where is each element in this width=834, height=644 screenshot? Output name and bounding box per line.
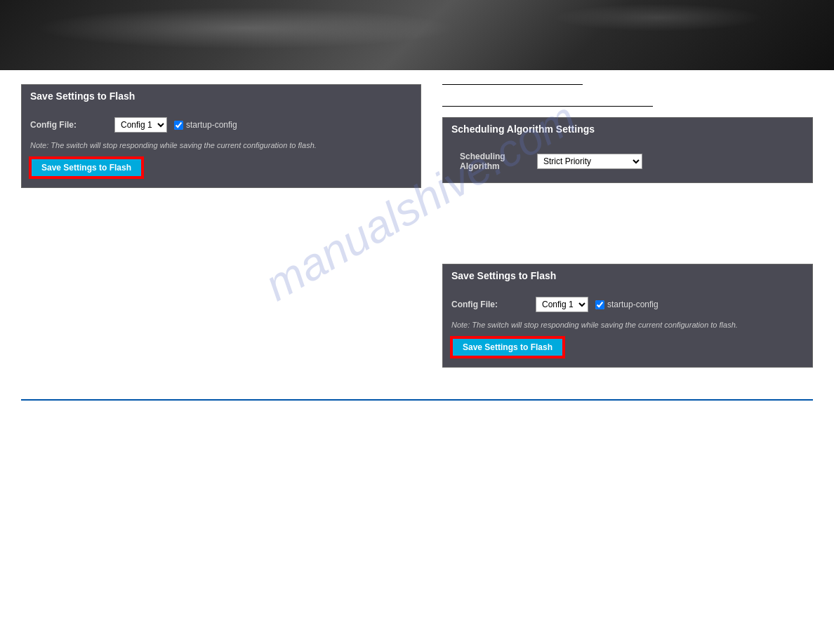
right-top-divider bbox=[442, 84, 583, 85]
startup-config-label: startup-config bbox=[186, 120, 237, 130]
scheduling-select-group: Strict Priority Weighted Round Robin DWR… bbox=[537, 154, 642, 169]
right-save-button[interactable]: Save Settings to Flash bbox=[451, 337, 564, 357]
right-startup-config-label: startup-config bbox=[607, 300, 658, 309]
scheduling-panel-title: Scheduling Algorithm Settings bbox=[443, 118, 812, 140]
left-save-panel: Save Settings to Flash Config File: Conf… bbox=[21, 84, 421, 188]
config-file-select[interactable]: Config 1 Config 2 Config 3 bbox=[114, 117, 167, 133]
left-note-text: Note: The switch will stop responding wh… bbox=[30, 137, 412, 154]
startup-config-checkbox[interactable] bbox=[174, 121, 183, 130]
left-panel-title: Save Settings to Flash bbox=[22, 85, 421, 107]
startup-config-group: startup-config bbox=[174, 120, 237, 130]
right-config-file-select[interactable]: Config 1 Config 2 Config 3 bbox=[536, 297, 588, 312]
spacer bbox=[442, 194, 813, 264]
scheduling-algorithm-row: SchedulingAlgorithm Strict Priority Weig… bbox=[451, 146, 804, 177]
right-config-file-label: Config File: bbox=[451, 300, 536, 309]
right-note-text: Note: The switch will stop responding wh… bbox=[451, 316, 804, 333]
config-file-row: Config File: Config 1 Config 2 Config 3 … bbox=[30, 113, 412, 137]
right-column: Scheduling Algorithm Settings Scheduling… bbox=[435, 84, 813, 378]
right-save-panel-body: Config File: Config 1 Config 2 Config 3 … bbox=[443, 287, 812, 367]
config-control-group: Config 1 Config 2 Config 3 startup-confi… bbox=[114, 117, 237, 133]
scheduling-algorithm-select[interactable]: Strict Priority Weighted Round Robin DWR… bbox=[537, 154, 642, 169]
scheduling-algorithm-label: SchedulingAlgorithm bbox=[460, 152, 537, 171]
right-config-control-group: Config 1 Config 2 Config 3 startup-confi… bbox=[536, 297, 658, 312]
right-save-panel: Save Settings to Flash Config File: Conf… bbox=[442, 264, 813, 368]
right-startup-config-group: startup-config bbox=[595, 300, 658, 309]
right-startup-config-checkbox[interactable] bbox=[595, 300, 604, 309]
scheduling-panel-body: SchedulingAlgorithm Strict Priority Weig… bbox=[443, 140, 812, 182]
left-save-button[interactable]: Save Settings to Flash bbox=[30, 158, 143, 177]
right-second-divider bbox=[442, 106, 653, 107]
right-config-file-row: Config File: Config 1 Config 2 Config 3 … bbox=[451, 293, 804, 316]
main-content: manualshive.com Save Settings to Flash C… bbox=[0, 70, 834, 392]
config-file-label: Config File: bbox=[30, 120, 114, 130]
left-column: Save Settings to Flash Config File: Conf… bbox=[21, 84, 421, 378]
left-panel-body: Config File: Config 1 Config 2 Config 3 … bbox=[22, 107, 421, 187]
right-save-panel-title: Save Settings to Flash bbox=[443, 264, 812, 287]
header-banner bbox=[0, 0, 834, 70]
footer-divider bbox=[21, 399, 813, 401]
scheduling-panel: Scheduling Algorithm Settings Scheduling… bbox=[442, 117, 813, 183]
